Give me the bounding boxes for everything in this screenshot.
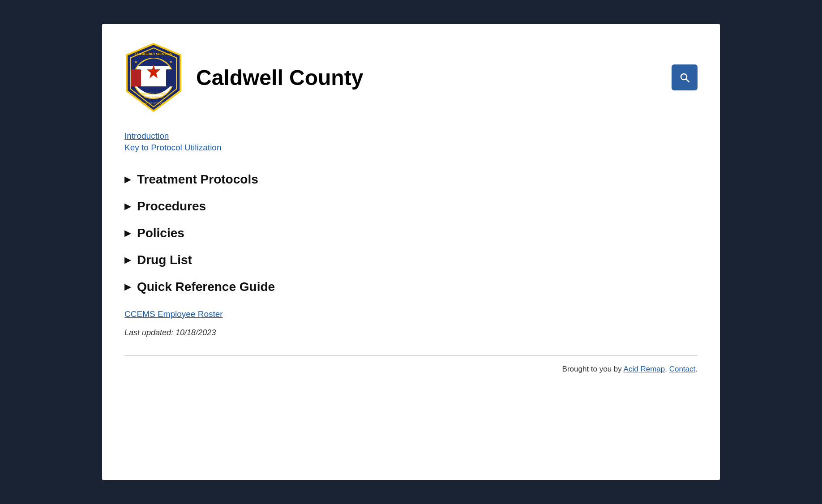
key-protocol-link[interactable]: Key to Protocol Utilization [124, 143, 698, 153]
nav-links: Introduction Key to Protocol Utilization [124, 131, 698, 153]
drug-list-arrow: ▶ [124, 255, 131, 265]
ccems-roster-link[interactable]: CCEMS Employee Roster [124, 309, 223, 319]
search-button[interactable] [672, 64, 698, 90]
policies-label: Policies [137, 226, 184, 240]
svg-text:EMERGENCY SERVICES: EMERGENCY SERVICES [135, 52, 172, 56]
svg-rect-4 [166, 69, 176, 86]
svg-text:AND DEDICATION: AND DEDICATION [143, 102, 164, 105]
page-title: Caldwell County [196, 65, 658, 90]
divider [124, 355, 698, 356]
policies-item[interactable]: ▶ Policies [124, 220, 698, 247]
quick-reference-label: Quick Reference Guide [137, 280, 275, 294]
drug-list-label: Drug List [137, 253, 192, 267]
treatment-protocols-item[interactable]: ▶ Treatment Protocols [124, 166, 698, 193]
footer-prefix: Brought to you by [562, 365, 624, 373]
introduction-link[interactable]: Introduction [124, 131, 698, 141]
svg-text:★: ★ [169, 60, 172, 64]
quick-reference-arrow: ▶ [124, 282, 131, 292]
menu-section: ▶ Treatment Protocols ▶ Procedures ▶ Pol… [124, 166, 698, 300]
footer-separator: . [665, 365, 669, 373]
svg-text:CALDWELL COUNTY: CALDWELL COUNTY [140, 92, 167, 95]
svg-text:★: ★ [134, 60, 137, 64]
footer: Brought to you by Acid Remap. Contact. [124, 365, 698, 378]
svg-rect-3 [131, 69, 141, 86]
contact-link[interactable]: Contact [669, 365, 696, 373]
procedures-arrow: ▶ [124, 201, 131, 211]
footer-suffix: . [695, 365, 698, 373]
page-container: EMERGENCY SERVICES CALDWELL COUNTY NORTH… [102, 24, 720, 480]
svg-line-13 [686, 79, 689, 82]
policies-arrow: ▶ [124, 228, 131, 238]
procedures-label: Procedures [137, 199, 206, 214]
procedures-item[interactable]: ▶ Procedures [124, 193, 698, 220]
acid-remap-link[interactable]: Acid Remap [624, 365, 665, 373]
quick-reference-guide-item[interactable]: ▶ Quick Reference Guide [124, 273, 698, 300]
bottom-links: CCEMS Employee Roster [124, 309, 698, 319]
header: EMERGENCY SERVICES CALDWELL COUNTY NORTH… [124, 42, 698, 113]
last-updated: Last updated: 10/18/2023 [124, 328, 698, 337]
svg-text:NORTH CAROLINA: NORTH CAROLINA [144, 96, 164, 98]
treatment-protocols-arrow: ▶ [124, 175, 131, 184]
search-icon [679, 72, 690, 83]
drug-list-item[interactable]: ▶ Drug List [124, 247, 698, 273]
treatment-protocols-label: Treatment Protocols [137, 172, 258, 187]
logo-badge: EMERGENCY SERVICES CALDWELL COUNTY NORTH… [124, 42, 183, 113]
